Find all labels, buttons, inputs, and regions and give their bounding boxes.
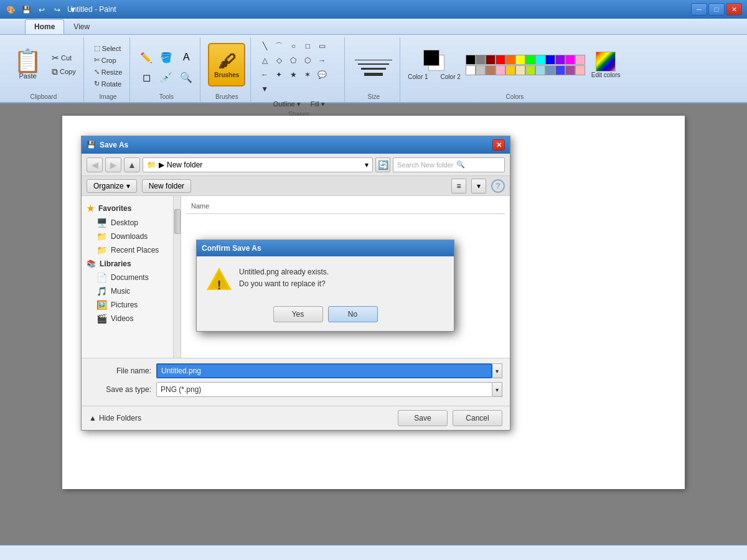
- downloads-icon: 📁: [96, 231, 107, 241]
- libraries-label: Libraries: [100, 259, 131, 268]
- search-box[interactable]: Search New folder 🔍: [393, 157, 505, 172]
- confirm-buttons: Yes No: [197, 301, 454, 331]
- nav-documents[interactable]: 📄 Documents: [82, 271, 181, 284]
- search-placeholder: Search New folder: [397, 161, 454, 169]
- save-as-title-content: 💾 Save As: [87, 141, 492, 149]
- favorites-star: ★: [87, 203, 95, 213]
- savetype-dropdown[interactable]: ▾: [492, 382, 502, 397]
- savetype-label: Save as type:: [89, 385, 151, 394]
- nav-recent-places[interactable]: 📁 Recent Places: [82, 243, 181, 257]
- filename-input[interactable]: Untitled.png: [156, 363, 492, 378]
- save-as-icon: 💾: [87, 141, 96, 149]
- new-folder-label: New folder: [149, 182, 184, 190]
- nav-up-button[interactable]: ▲: [124, 157, 140, 172]
- filename-dropdown[interactable]: ▾: [492, 363, 502, 378]
- organize-label: Organize: [93, 182, 124, 190]
- warning-exclamation: !: [217, 279, 222, 291]
- nav-back-button[interactable]: ◀: [87, 157, 103, 172]
- music-icon: 🎵: [96, 286, 107, 296]
- nav-pictures[interactable]: 🖼️ Pictures: [82, 298, 181, 312]
- col-name[interactable]: Name: [186, 201, 505, 211]
- view-dropdown-button[interactable]: ▾: [471, 179, 486, 194]
- scrollbar-track[interactable]: [173, 196, 181, 358]
- nav-forward-button[interactable]: ▶: [105, 157, 121, 172]
- filename-label: File name:: [89, 366, 151, 375]
- nav-downloads[interactable]: 📁 Downloads: [82, 230, 181, 243]
- favorites-label: Favorites: [98, 204, 131, 213]
- confirm-message-line2: Do you want to replace it?: [239, 278, 329, 290]
- save-button[interactable]: Save: [398, 410, 448, 426]
- location-bar[interactable]: 📁 ▶ New folder ▾: [143, 157, 373, 172]
- save-as-close-button[interactable]: ✕: [492, 139, 505, 151]
- save-as-titlebar: 💾 Save As ✕: [82, 136, 510, 154]
- dialog-action-bar: Organize ▾ New folder ≡ ▾ ?: [82, 176, 510, 196]
- dialog-toolbar: ◀ ▶ ▲ 📁 ▶ New folder ▾ 🔄 Search New fold…: [82, 154, 510, 176]
- location-dropdown-arrow[interactable]: ▾: [365, 161, 369, 169]
- nav-desktop[interactable]: 🖥️ Desktop: [82, 216, 181, 230]
- location-sep: ▶: [159, 161, 164, 169]
- sidebar-nav: ★ Favorites 🖥️ Desktop 📁 Downloads 📁 Rec…: [82, 196, 181, 358]
- confirm-dialog: Confirm Save As ! Untitled.png already e…: [196, 240, 454, 332]
- filename-value: Untitled.png: [161, 366, 201, 375]
- recent-places-icon: 📁: [96, 245, 107, 255]
- downloads-label: Downloads: [111, 232, 148, 241]
- desktop-icon: 🖥️: [96, 218, 107, 228]
- hide-folders-button[interactable]: ▲ Hide Folders: [89, 414, 141, 422]
- view-button[interactable]: ≡: [451, 179, 466, 194]
- refresh-button[interactable]: 🔄: [375, 157, 390, 172]
- column-headers: Name: [186, 201, 505, 214]
- recent-places-label: Recent Places: [111, 246, 159, 254]
- new-folder-button[interactable]: New folder: [142, 179, 191, 193]
- yes-button[interactable]: Yes: [273, 306, 323, 322]
- music-label: Music: [111, 287, 130, 296]
- libraries-header[interactable]: 📚 Libraries: [82, 257, 181, 271]
- videos-label: Videos: [111, 314, 133, 323]
- nav-music[interactable]: 🎵 Music: [82, 284, 181, 298]
- help-button[interactable]: ?: [491, 179, 505, 193]
- search-icon: 🔍: [456, 161, 465, 169]
- organize-arrow: ▾: [126, 182, 130, 190]
- favorites-header[interactable]: ★ Favorites: [82, 201, 181, 216]
- documents-icon: 📄: [96, 273, 107, 282]
- confirm-body: ! Untitled.png already exists. Do you wa…: [197, 256, 454, 301]
- pictures-icon: 🖼️: [96, 300, 107, 310]
- save-as-title: Save As: [100, 141, 128, 149]
- scrollbar-thumb[interactable]: [174, 209, 181, 234]
- dialog-bottom: File name: Untitled.png ▾ Save as type: …: [82, 358, 510, 406]
- dialog-overlay: 💾 Save As ✕ ◀ ▶ ▲ 📁 ▶ New folder ▾ 🔄 Sea…: [0, 0, 747, 560]
- libraries-icon: 📚: [87, 259, 96, 268]
- organize-button[interactable]: Organize ▾: [87, 179, 137, 193]
- savetype-value: PNG (*.png): [161, 385, 201, 394]
- folder-icon: 📁: [147, 161, 156, 169]
- warning-icon: !: [207, 266, 232, 291]
- hide-folders-icon: ▲: [89, 414, 96, 422]
- nav-videos[interactable]: 🎬 Videos: [82, 312, 181, 325]
- location-text: New folder: [167, 161, 202, 169]
- filename-row: File name: Untitled.png ▾: [89, 363, 502, 378]
- confirm-message: Untitled.png already exists. Do you want…: [239, 266, 329, 290]
- confirm-titlebar: Confirm Save As: [197, 240, 454, 256]
- no-button[interactable]: No: [328, 306, 378, 322]
- videos-icon: 🎬: [96, 314, 107, 324]
- confirm-title: Confirm Save As: [202, 244, 261, 253]
- desktop-label: Desktop: [111, 218, 138, 227]
- documents-label: Documents: [111, 273, 149, 282]
- cancel-button[interactable]: Cancel: [453, 410, 502, 426]
- hide-folders-label: Hide Folders: [99, 414, 141, 422]
- pictures-label: Pictures: [111, 301, 138, 309]
- dialog-footer: ▲ Hide Folders Save Cancel: [82, 406, 510, 430]
- savetype-input[interactable]: PNG (*.png): [156, 382, 492, 397]
- confirm-message-line1: Untitled.png already exists.: [239, 266, 329, 278]
- savetype-row: Save as type: PNG (*.png) ▾: [89, 382, 502, 397]
